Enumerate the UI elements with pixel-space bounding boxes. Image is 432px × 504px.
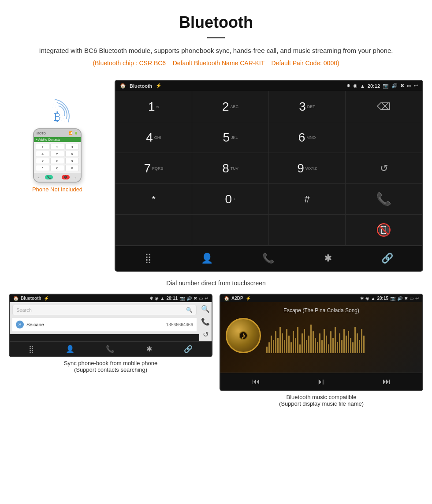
- music-time: 20:15: [377, 296, 388, 301]
- music-car-screen: 🏠 A2DP ⚡ ✱ ◉ ▲ 20:15 📷 🔊 ✖ ▭ ↩: [220, 294, 423, 391]
- nav-calls-icon[interactable]: 📞: [258, 250, 279, 266]
- visualizer-bar: [357, 333, 358, 353]
- phonebook-loc-icon: ◉: [155, 296, 159, 301]
- camera-icon[interactable]: 📷: [383, 83, 389, 89]
- phone-not-included-label: Phone Not Included: [32, 186, 82, 193]
- visualizer-bar: [277, 338, 279, 353]
- visualizer-bar: [363, 336, 365, 353]
- nav-bluetooth-icon[interactable]: ✱: [320, 250, 336, 266]
- dial-empty-2: [115, 215, 192, 246]
- visualizer-bar: [310, 325, 312, 353]
- contact-row-seicane[interactable]: S Seicane 13566664466: [12, 318, 197, 332]
- phonebook-nav-dialpad[interactable]: ⣿: [29, 345, 34, 353]
- dial-redial[interactable]: ↺: [346, 153, 422, 184]
- phonebook-nav-bt[interactable]: ✱: [146, 345, 152, 353]
- backspace-icon: ⌫: [377, 101, 391, 112]
- visualizer-bar: [324, 329, 325, 353]
- music-camera-icon[interactable]: 📷: [390, 296, 395, 301]
- phonebook-search-icon[interactable]: 🔍: [201, 305, 210, 313]
- phonebook-call-icon[interactable]: 📞: [201, 317, 210, 326]
- music-window-icon[interactable]: ▭: [410, 296, 413, 301]
- home-icon[interactable]: 🏠: [120, 83, 126, 89]
- phone-key-star: *: [36, 165, 49, 171]
- dialpad-screen-wrap: 🏠 Bluetooth ⚡ ✱ ◉ ▲ 20:12 📷 🔊 ✖ ▭ ↩: [115, 80, 423, 272]
- visualizer-bar: [359, 340, 360, 353]
- music-volume-icon[interactable]: 🔊: [397, 296, 402, 301]
- dialpad-status-bar: 🏠 Bluetooth ⚡ ✱ ◉ ▲ 20:12 📷 🔊 ✖ ▭ ↩: [115, 81, 422, 91]
- music-caption-line2: (Support display music file name): [220, 400, 423, 407]
- bt-status-icon: ✱: [346, 83, 350, 89]
- back-icon[interactable]: ↩: [414, 83, 418, 89]
- screen-title: Bluetooth: [130, 83, 152, 89]
- phonebook-nav-link[interactable]: 🔗: [184, 345, 193, 353]
- nav-dialpad-icon[interactable]: ⣿: [140, 250, 156, 266]
- visualizer-bar: [293, 331, 294, 353]
- phone-mockup: MOTO 📶🔋 + Add to Contacts 1 2 3 4 5 6 7 …: [33, 128, 82, 183]
- phonebook-close-icon[interactable]: ✖: [194, 296, 197, 301]
- dial-key-6[interactable]: 6MNO: [269, 122, 346, 153]
- phone-keypad: 1 2 3 4 5 6 7 8 9 * 0 #: [36, 144, 79, 171]
- phonebook-back-icon[interactable]: ↩: [205, 296, 208, 301]
- phonebook-status-right: ✱ ◉ ▲ 20:11 📷 🔊 ✖ ▭ ↩: [149, 296, 208, 301]
- visualizer-bar: [332, 338, 334, 353]
- nav-link-icon[interactable]: 🔗: [377, 250, 398, 266]
- dial-call-green[interactable]: 📞: [346, 184, 422, 215]
- close-icon[interactable]: ✖: [400, 83, 404, 89]
- visualizer-bar: [279, 327, 281, 353]
- volume-icon[interactable]: 🔊: [391, 83, 398, 89]
- phonebook-nav-calls[interactable]: 📞: [106, 345, 115, 353]
- phonebook-nav-contacts[interactable]: 👤: [66, 345, 74, 353]
- dial-key-7[interactable]: 7PQRS: [115, 153, 192, 184]
- music-next-icon[interactable]: ⏭: [383, 377, 391, 386]
- dial-key-5[interactable]: 5JKL: [192, 122, 269, 153]
- signal-wave-3: [50, 99, 74, 123]
- contact-number: 13566664466: [166, 322, 193, 327]
- music-song-title: Escape (The Pina Colada Song): [283, 307, 359, 314]
- search-icon[interactable]: 🔍: [186, 307, 193, 313]
- search-bar[interactable]: Search 🔍: [12, 305, 197, 315]
- phone-not-label: Phone Not: [32, 186, 61, 193]
- phonebook-volume-icon[interactable]: 🔊: [186, 296, 192, 301]
- phonebook-camera-icon[interactable]: 📷: [179, 296, 185, 301]
- phone-key-6: 6: [65, 151, 79, 157]
- phonebook-sync-icon[interactable]: ↺: [203, 330, 209, 339]
- dial-key-1[interactable]: 1∞: [115, 91, 192, 122]
- phone-screen-content: 1 2 3 4 5 6 7 8 9 * 0 #: [34, 142, 81, 173]
- phone-green-header: + Add to Contacts: [34, 137, 81, 142]
- window-icon[interactable]: ▭: [407, 83, 411, 89]
- nav-contacts-icon[interactable]: 👤: [197, 250, 217, 266]
- phonebook-nav-bar: ⣿ 👤 📞 ✱ 🔗: [10, 341, 212, 356]
- album-art: ♪: [226, 318, 261, 353]
- phonebook-title: Bluetooth: [21, 296, 41, 301]
- music-prev-icon[interactable]: ⏮: [252, 377, 260, 386]
- phonebook-window-icon[interactable]: ▭: [199, 296, 203, 301]
- music-close-icon[interactable]: ✖: [404, 296, 408, 301]
- music-back-icon[interactable]: ↩: [415, 296, 419, 301]
- status-bar-left: 🏠 Bluetooth ⚡: [120, 83, 162, 89]
- status-bar-right: ✱ ◉ ▲ 20:12 📷 🔊 ✖ ▭ ↩: [346, 83, 418, 89]
- phone-bottom-bar: ← 📞 📵 →: [34, 173, 81, 182]
- dial-key-4[interactable]: 4GHI: [115, 122, 192, 153]
- visualizer-bar: [321, 340, 323, 353]
- dial-key-3[interactable]: 3DEF: [269, 91, 346, 122]
- dial-call-red[interactable]: 📵: [346, 215, 422, 246]
- dial-key-2[interactable]: 2ABC: [192, 91, 269, 122]
- phonebook-caption-line1: Sync phone-book from mobile phone: [9, 360, 212, 366]
- contact-avatar-s: S: [16, 321, 24, 329]
- phonebook-caption: Sync phone-book from mobile phone (Suppo…: [9, 357, 212, 375]
- dial-key-hash[interactable]: #: [269, 184, 346, 215]
- contact-name: Seicane: [26, 322, 166, 327]
- music-home-icon[interactable]: 🏠: [224, 296, 229, 301]
- phone-key-1: 1: [36, 144, 49, 150]
- dial-key-star[interactable]: *: [115, 184, 192, 215]
- music-play-pause-icon[interactable]: ⏯: [317, 377, 326, 387]
- dial-empty-1: [346, 122, 422, 153]
- dial-key-8[interactable]: 8TUV: [192, 153, 269, 184]
- phone-area: ₿ MOTO 📶🔋 + Add to Contacts 1 2 3 4 5 6 …: [9, 80, 106, 272]
- dial-backspace[interactable]: ⌫: [346, 91, 422, 122]
- dial-key-9[interactable]: 9WXYZ: [269, 153, 346, 184]
- visualizer-bar: [308, 336, 309, 353]
- dial-key-0[interactable]: 0+: [192, 184, 269, 215]
- phonebook-home-icon[interactable]: 🏠: [13, 296, 19, 301]
- visualizer-bar: [275, 331, 276, 353]
